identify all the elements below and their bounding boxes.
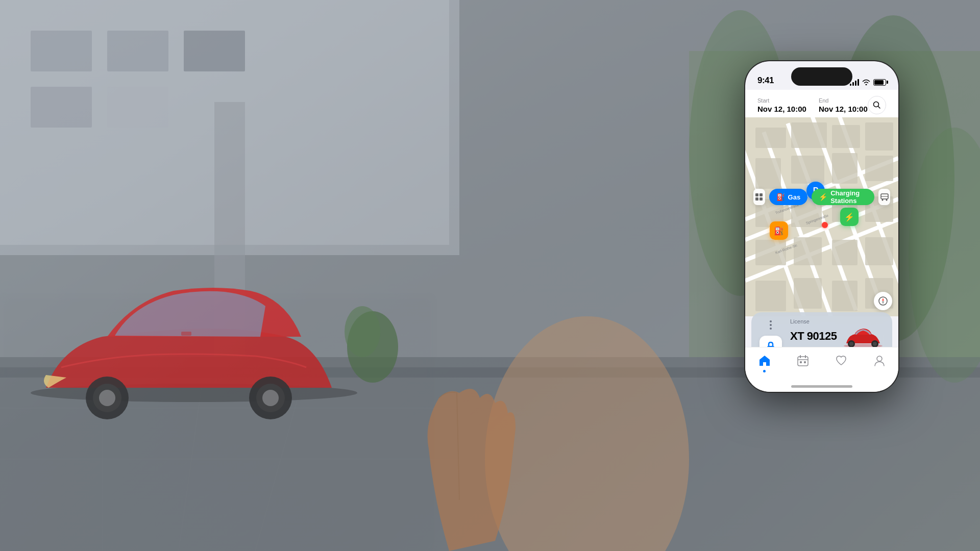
nav-calendar[interactable] <box>783 354 822 368</box>
svg-rect-42 <box>791 156 824 184</box>
svg-rect-44 <box>865 156 893 181</box>
end-date: Nov 12, 10:00 <box>819 105 868 113</box>
grid-icon <box>755 193 763 201</box>
svg-rect-54 <box>794 278 822 309</box>
nav-favorites[interactable] <box>822 354 860 368</box>
home-icon <box>757 354 772 368</box>
svg-rect-7 <box>107 87 168 128</box>
start-date-item: Start Nov 12, 10:00 <box>757 97 806 113</box>
gas-label: Gas <box>788 193 801 201</box>
gas-filter-chip[interactable]: ⛽ Gas <box>769 189 808 205</box>
svg-rect-40 <box>865 122 893 151</box>
compass-button[interactable] <box>874 292 892 310</box>
svg-marker-73 <box>882 301 884 304</box>
svg-point-87 <box>877 356 882 361</box>
battery-icon <box>873 79 886 86</box>
dynamic-island <box>791 67 852 86</box>
svg-rect-6 <box>31 87 92 128</box>
calendar-icon <box>796 354 810 368</box>
filter-bar: ⛽ Gas ⚡ Charging Stations <box>745 185 898 209</box>
svg-rect-64 <box>760 197 763 201</box>
charging-label: Charging Stations <box>830 189 867 205</box>
date-header: Start Nov 12, 10:00 End Nov 12, 10:00 <box>745 90 898 119</box>
wifi-icon <box>862 79 870 85</box>
grid-filter-button[interactable] <box>753 189 765 205</box>
svg-rect-3 <box>31 31 92 71</box>
svg-rect-5 <box>184 31 245 71</box>
svg-rect-43 <box>832 153 857 184</box>
nav-home[interactable] <box>745 354 783 372</box>
date-group: Start Nov 12, 10:00 End Nov 12, 10:00 <box>757 97 868 113</box>
search-button[interactable] <box>868 96 886 114</box>
nav-profile[interactable] <box>860 354 898 368</box>
map-svg: Karl-Rothe-Str. Springerstraße Trufanows… <box>745 117 898 316</box>
nav-home-dot <box>763 370 766 372</box>
svg-rect-39 <box>832 125 860 148</box>
charging-filter-chip[interactable]: ⚡ Charging Stations <box>812 189 874 205</box>
end-label: End <box>819 97 868 104</box>
phone-screen: 9:41 <box>745 61 898 392</box>
heart-icon <box>834 354 848 368</box>
svg-point-80 <box>873 342 877 346</box>
svg-rect-62 <box>760 193 763 196</box>
transit-filter-button[interactable] <box>878 189 890 205</box>
svg-rect-51 <box>832 240 857 265</box>
svg-point-78 <box>849 342 853 346</box>
svg-line-34 <box>878 107 880 109</box>
home-indicator <box>791 385 852 388</box>
profile-icon <box>872 354 887 368</box>
search-icon <box>873 101 881 109</box>
svg-rect-63 <box>755 197 758 201</box>
svg-rect-61 <box>755 193 758 196</box>
start-date: Nov 12, 10:00 <box>757 105 806 113</box>
license-label: License <box>790 318 886 324</box>
gas-icon: ⛽ <box>776 193 785 201</box>
location-dot <box>822 222 828 228</box>
map-area[interactable]: Karl-Rothe-Str. Springerstraße Trufanows… <box>745 117 898 316</box>
svg-rect-38 <box>791 122 827 148</box>
car-thumbnail <box>840 325 886 348</box>
license-plate: XT 90125 <box>790 330 837 343</box>
transit-icon <box>880 192 889 202</box>
svg-rect-55 <box>832 281 857 311</box>
svg-rect-52 <box>865 237 893 265</box>
charging-icon: ⚡ <box>819 193 827 201</box>
end-date-item: End Nov 12, 10:00 <box>819 97 868 113</box>
svg-marker-72 <box>882 298 884 301</box>
compass-icon <box>878 296 888 306</box>
start-label: Start <box>757 97 806 104</box>
gas-marker[interactable]: ⛽ <box>770 221 788 240</box>
more-dots[interactable] <box>770 318 772 332</box>
svg-rect-4 <box>107 31 168 71</box>
svg-rect-86 <box>804 361 806 363</box>
svg-rect-85 <box>800 361 802 363</box>
hand-svg <box>357 245 561 551</box>
svg-rect-81 <box>798 357 808 366</box>
charging-marker[interactable]: ⚡ <box>840 208 859 226</box>
svg-rect-37 <box>755 128 786 148</box>
status-icons <box>850 79 886 86</box>
status-time: 9:41 <box>757 76 774 86</box>
svg-rect-53 <box>755 281 786 311</box>
svg-rect-50 <box>794 237 822 265</box>
phone-container: 9:41 <box>735 31 909 531</box>
svg-rect-41 <box>755 158 781 189</box>
phone-frame: 9:41 <box>745 61 898 392</box>
